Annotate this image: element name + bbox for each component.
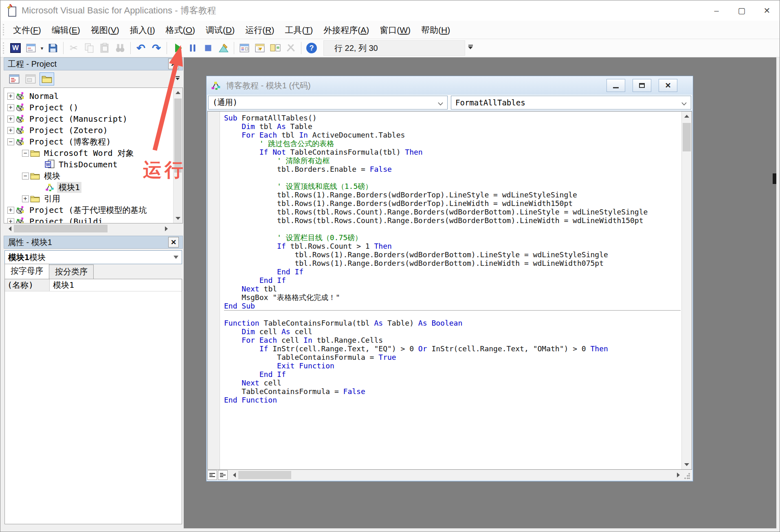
scroll-up-icon[interactable]: [682, 112, 692, 118]
main-toolbar: W▾✂↶↷? 行 22, 列 30: [0, 39, 780, 57]
scrollbar-thumb[interactable]: [683, 123, 691, 151]
menu-item-window[interactable]: 窗口(W): [374, 21, 416, 39]
tree-item[interactable]: +Project (基于代理模型的基坑: [6, 204, 173, 216]
scrollbar-thumb[interactable]: [14, 225, 108, 232]
maximize-icon[interactable]: ▢: [729, 0, 754, 21]
close-icon[interactable]: ✕: [168, 59, 179, 69]
menu-item-view[interactable]: 视图(V): [86, 21, 125, 39]
menu-item-help[interactable]: 帮助(H): [416, 21, 455, 39]
expand-icon[interactable]: +: [6, 127, 15, 134]
code-line: [224, 225, 681, 233]
scroll-up-icon[interactable]: [174, 89, 182, 94]
expand-icon[interactable]: +: [6, 218, 15, 223]
insert-userform-dropdown-icon[interactable]: ▾: [39, 41, 45, 55]
code-line: ' 跳过包含公式的表格: [224, 139, 681, 148]
scroll-right-icon[interactable]: [675, 471, 684, 479]
toggle-folders-icon[interactable]: [40, 72, 54, 85]
scroll-down-icon[interactable]: [174, 217, 182, 222]
menu-item-addins[interactable]: 外接程序(A): [318, 21, 374, 39]
scroll-right-icon[interactable]: [163, 224, 172, 233]
code-window-titlebar[interactable]: 博客教程 - 模块1 (代码) ✕: [207, 76, 693, 95]
toolbar-options-icon[interactable]: [465, 40, 476, 56]
window-title: Microsoft Visual Basic for Applications …: [22, 4, 216, 17]
tree-item[interactable]: +Project (Zotero): [6, 125, 173, 136]
object-dropdown[interactable]: (通用): [208, 96, 448, 109]
property-row[interactable]: (名称)模块1: [5, 279, 182, 291]
property-value[interactable]: 模块1: [50, 279, 182, 291]
reset-icon[interactable]: [201, 41, 215, 55]
expand-icon[interactable]: +: [6, 207, 15, 214]
close-icon[interactable]: ✕: [168, 237, 179, 247]
tree-item[interactable]: +引用: [6, 193, 173, 204]
code-text[interactable]: Sub FormatAllTables() Dim tbl As Table F…: [224, 114, 681, 469]
view-object-icon[interactable]: [23, 72, 38, 85]
code-line: End If: [224, 370, 681, 379]
code-editor[interactable]: Sub FormatAllTables() Dim tbl As Table F…: [207, 111, 692, 470]
tree-item[interactable]: 模块1: [6, 182, 173, 193]
tree-item[interactable]: +Project (): [6, 102, 173, 113]
project-explorer-icon[interactable]: [237, 41, 252, 55]
resize-grip[interactable]: [684, 473, 690, 479]
procedure-separator: [224, 310, 681, 319]
help-icon[interactable]: ?: [304, 41, 319, 55]
code-line: Next tbl: [224, 285, 681, 293]
tab-alphabetic[interactable]: 按字母序: [4, 264, 49, 279]
object-selector-dropdown[interactable]: 模块1 模块: [4, 250, 182, 264]
object-browser-icon[interactable]: [268, 41, 283, 55]
properties-window-icon[interactable]: [253, 41, 267, 55]
code-vertical-scrollbar[interactable]: [681, 112, 692, 469]
scrollbar-thumb[interactable]: [238, 471, 291, 479]
full-module-view-button[interactable]: [218, 470, 228, 480]
break-icon[interactable]: [185, 41, 200, 55]
tree-item[interactable]: −Project (博客教程): [6, 136, 173, 147]
svg-text:W: W: [46, 162, 51, 167]
scroll-down-icon[interactable]: [682, 463, 692, 469]
panel-toolbar-options-icon[interactable]: [176, 76, 180, 82]
collapse-icon[interactable]: −: [6, 138, 15, 145]
code-line: ' 设置栏目线（0.75磅）: [224, 233, 681, 242]
expand-icon[interactable]: +: [6, 104, 15, 111]
vba-window: Microsoft Visual Basic for Applications …: [0, 0, 780, 532]
view-code-icon[interactable]: [7, 72, 22, 85]
tree-item[interactable]: −Microsoft Word 对象: [6, 147, 173, 159]
properties-panel-header[interactable]: 属性 - 模块1 ✕: [4, 236, 183, 249]
menu-item-file[interactable]: 文件(F): [8, 21, 46, 39]
run-sub-icon[interactable]: [170, 41, 185, 55]
menu-item-format[interactable]: 格式(O): [160, 21, 200, 39]
expand-icon[interactable]: +: [20, 195, 30, 202]
redo-icon[interactable]: ↷: [149, 41, 164, 55]
menu-item-run[interactable]: 运行(R): [240, 21, 279, 39]
expand-icon[interactable]: +: [6, 116, 15, 123]
tree-horizontal-scrollbar[interactable]: [4, 224, 172, 233]
expand-icon[interactable]: +: [6, 93, 15, 100]
tab-categorized[interactable]: 按分类序: [49, 265, 94, 279]
view-microsoft-word-icon[interactable]: W: [8, 41, 23, 55]
project-panel-title: 工程 - Project: [8, 59, 57, 70]
scroll-left-icon[interactable]: [4, 224, 13, 233]
tree-item[interactable]: +Normal: [6, 90, 173, 102]
minimize-icon[interactable]: [606, 79, 625, 92]
menu-item-tools[interactable]: 工具(T): [279, 21, 318, 39]
close-icon[interactable]: ✕: [754, 0, 780, 21]
collapse-icon[interactable]: −: [20, 173, 30, 180]
minimize-icon[interactable]: –: [704, 0, 729, 21]
insert-userform-icon[interactable]: [24, 41, 38, 55]
undo-icon[interactable]: ↶: [134, 41, 148, 55]
procedure-dropdown[interactable]: FormatAllTables: [451, 96, 691, 109]
tree-item[interactable]: +Project (Manuscript): [6, 113, 173, 125]
project-panel-header[interactable]: 工程 - Project ✕: [4, 57, 183, 70]
toolbar-separator: [130, 42, 131, 54]
save-icon[interactable]: [46, 41, 60, 55]
menu-item-debug[interactable]: 调试(D): [200, 21, 240, 39]
collapse-icon[interactable]: −: [20, 150, 30, 157]
tree-item-label: Project (Manuscript): [28, 114, 129, 124]
tree-vertical-scrollbar[interactable]: [173, 88, 182, 223]
menu-item-insert[interactable]: 插入(I): [125, 21, 160, 39]
scroll-left-icon[interactable]: [229, 471, 237, 479]
design-mode-icon[interactable]: [216, 41, 231, 55]
procedure-view-button[interactable]: [207, 470, 217, 480]
toolbar-grip: [3, 24, 4, 35]
menu-item-edit[interactable]: 编辑(E): [46, 21, 86, 39]
mdi-workspace: 博客教程 - 模块1 (代码) ✕ (通用) FormatAllTables: [184, 57, 776, 528]
tree-item[interactable]: +Project (Buildi: [6, 216, 173, 223]
